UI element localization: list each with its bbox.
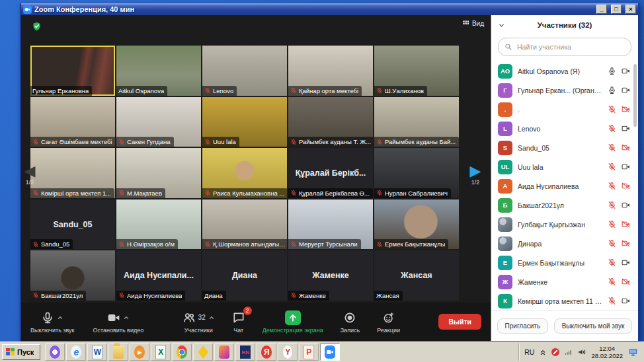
minimize-button[interactable]: _ xyxy=(596,5,607,14)
language-indicator[interactable]: RU xyxy=(524,348,534,356)
camera-status-icon[interactable] xyxy=(622,239,630,248)
mute-my-audio-button[interactable]: Выключить мой звук xyxy=(554,318,633,334)
taskbar-icon-folder[interactable] xyxy=(108,344,128,361)
camera-status-icon[interactable] xyxy=(622,182,630,190)
mic-status-icon[interactable] xyxy=(608,258,616,267)
camera-status-icon[interactable] xyxy=(622,277,630,286)
taskbar-icon-word[interactable]: W xyxy=(87,344,107,361)
taskbar-icon-chrome[interactable] xyxy=(172,344,192,361)
toolbar-smiley-button[interactable]: Реакции xyxy=(377,310,400,334)
camera-status-icon[interactable] xyxy=(622,220,630,229)
taskbar-icon-media[interactable] xyxy=(130,344,149,361)
mic-status-icon[interactable] xyxy=(608,163,616,171)
next-page-arrow[interactable]: ▶ xyxy=(467,163,484,179)
mic-status-icon[interactable] xyxy=(608,277,616,286)
mic-status-icon[interactable] xyxy=(608,220,616,229)
volume-tray-icon[interactable] xyxy=(577,347,586,357)
scrollbar[interactable] xyxy=(633,64,637,127)
mic-status-icon[interactable] xyxy=(608,201,616,209)
video-tile[interactable]: Қайнар орта мектебі xyxy=(288,46,373,96)
toolbar-people-button[interactable]: 32 Участники xyxy=(182,310,215,334)
chevron-up-icon[interactable] xyxy=(123,314,130,321)
taskbar-icon-alice[interactable] xyxy=(45,344,65,361)
start-button[interactable]: Пуск xyxy=(2,344,40,360)
video-tile[interactable]: Ш.Уалиханов xyxy=(374,46,459,96)
participant-row[interactable]: Г Гульнар Еркан... (Организатор) xyxy=(491,81,638,100)
search-input[interactable] xyxy=(516,42,625,52)
prev-page-arrow[interactable]: ◀ xyxy=(21,163,38,179)
participant-row[interactable]: Ж Жаменке xyxy=(491,272,638,291)
video-tile[interactable]: Қ.Шорманов атындағы ... xyxy=(202,199,287,250)
video-tile[interactable]: Ермек Бақытжанұлы xyxy=(374,199,459,250)
participant-row[interactable]: К Көмірші орта мектеп 11 сынып xyxy=(491,291,638,310)
camera-status-icon[interactable] xyxy=(622,67,630,75)
video-tile[interactable]: Жаменке Жаменке xyxy=(288,250,373,301)
camera-status-icon[interactable] xyxy=(622,258,630,267)
mic-status-icon[interactable] xyxy=(608,105,616,114)
toolbar-cam-button[interactable]: Остановить видео xyxy=(93,310,144,334)
chevron-up-icon[interactable] xyxy=(57,314,63,321)
toolbar-share-button[interactable]: Демонстрация экрана xyxy=(262,310,323,334)
invite-button[interactable]: Пригласить xyxy=(497,318,549,334)
taskbar-icon-navigator[interactable] xyxy=(193,344,213,361)
participant-row[interactable]: UL Uuu lala xyxy=(491,157,638,176)
taskbar-icon-ybrowser[interactable]: Y xyxy=(278,344,298,361)
mic-status-icon[interactable] xyxy=(608,297,616,305)
video-tile[interactable]: Райымбек ауданы Т. Ж... xyxy=(288,97,373,147)
mic-status-icon[interactable] xyxy=(608,143,616,152)
taskbar-icon-rn[interactable]: RN xyxy=(235,344,255,361)
video-tile[interactable]: Uuu lala xyxy=(202,97,287,147)
network-tray-icon[interactable] xyxy=(564,348,573,357)
video-tile[interactable]: Меруерт Турсынали xyxy=(288,199,373,250)
security-shield-icon[interactable] xyxy=(32,21,42,32)
participant-row[interactable]: . . xyxy=(491,100,638,119)
mic-status-icon[interactable] xyxy=(608,239,616,248)
participant-row[interactable]: S Sandu_05 xyxy=(491,138,638,157)
mic-status-icon[interactable] xyxy=(608,182,616,190)
video-tile[interactable]: Көмірші орта мектеп 1... xyxy=(30,148,115,198)
video-tile[interactable]: Жансая Жансая xyxy=(374,250,459,301)
taskbar-icon-ie[interactable]: e xyxy=(66,344,86,361)
taskbar-icon-yandex[interactable]: Я xyxy=(257,344,276,361)
chevron-down-icon[interactable] xyxy=(498,22,505,29)
toolbar-mic-button[interactable]: Выключить звук xyxy=(30,310,75,334)
camera-status-icon[interactable] xyxy=(622,86,630,94)
camera-status-icon[interactable] xyxy=(622,297,630,305)
video-tile[interactable]: Аида Нусипали... Аида Нусипалиева xyxy=(116,250,201,301)
video-tile[interactable]: Гульнар Еркановна xyxy=(30,46,115,96)
camera-status-icon[interactable] xyxy=(622,201,630,209)
taskbar-icon-excel[interactable]: X xyxy=(151,344,171,361)
close-button[interactable]: × xyxy=(625,5,636,14)
participant-row[interactable]: Динара xyxy=(491,234,638,253)
camera-status-icon[interactable] xyxy=(622,163,630,171)
camera-status-icon[interactable] xyxy=(622,105,630,114)
video-tile[interactable]: Бакшаг2021ул xyxy=(30,250,115,301)
video-tile[interactable]: Диана Диана xyxy=(202,250,287,301)
video-tile[interactable]: Райымбек ауданы Бай... xyxy=(374,97,459,147)
leave-button[interactable]: Выйти xyxy=(438,314,481,330)
clock[interactable]: 12:04 28.02.2022 xyxy=(591,345,623,360)
participant-row[interactable]: AO Aitkul Ospanova (Я) xyxy=(491,61,638,81)
taskbar-icon-powerpoint[interactable]: P xyxy=(299,344,319,361)
participant-row[interactable]: Гулбақыт Қырғызжан xyxy=(491,215,638,234)
participant-row[interactable]: А Аида Нусипалиева xyxy=(491,176,638,196)
participant-row[interactable]: Б Бакшаг2021ул xyxy=(491,196,638,215)
chevron-up-icon[interactable] xyxy=(208,314,215,321)
participant-row[interactable]: Е Ермек Бақытжанұлы xyxy=(491,253,638,272)
video-tile[interactable]: Сакен Гулдана xyxy=(116,97,201,147)
video-tile[interactable]: Lenovo xyxy=(202,46,287,96)
mic-status-icon[interactable] xyxy=(608,124,616,133)
view-button[interactable]: Вид xyxy=(462,20,484,27)
taskbar-icon-zoom[interactable] xyxy=(320,344,340,361)
mic-status-icon[interactable] xyxy=(608,67,616,75)
taskbar-icon-keeper[interactable] xyxy=(214,344,234,361)
hidden-icons-chevron[interactable] xyxy=(539,348,547,356)
toolbar-chat-button[interactable]: 2 Чат xyxy=(232,310,245,334)
video-tile[interactable]: Сағат Әшімбаев мектебі xyxy=(30,97,115,147)
video-tile[interactable]: М.Мақатаев xyxy=(116,148,201,198)
camera-status-icon[interactable] xyxy=(622,143,630,152)
participant-row[interactable]: L Lenovo xyxy=(491,119,638,138)
video-tile[interactable]: Н.Өмірзақов о/м xyxy=(116,199,201,250)
show-desktop-icon[interactable] xyxy=(627,347,639,357)
antivirus-tray-icon[interactable] xyxy=(551,348,559,356)
